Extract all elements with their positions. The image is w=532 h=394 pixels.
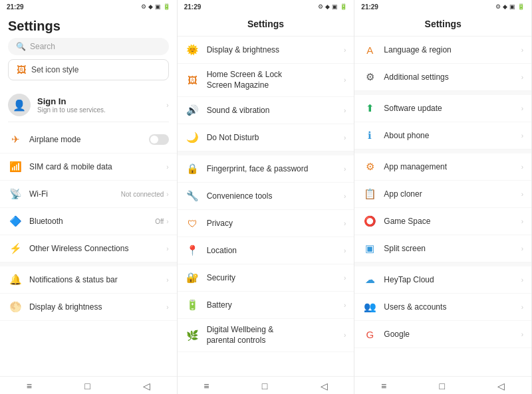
item-icon: 🌞 bbox=[186, 43, 200, 57]
list-item[interactable]: 📶SIM card & mobile data› bbox=[0, 153, 177, 181]
list-item[interactable]: 🔋Battery› bbox=[178, 292, 354, 319]
list-item[interactable]: ⚙App management› bbox=[354, 153, 531, 181]
list-item[interactable]: 🌕Display & brightness› bbox=[0, 294, 177, 321]
list-item[interactable]: 👥Users & accounts› bbox=[354, 294, 531, 321]
item-text-block: Users & accounts bbox=[384, 302, 446, 312]
signal-icon: 🔋 bbox=[340, 3, 347, 10]
list-item[interactable]: ⚡Other Wireless Connections› bbox=[0, 235, 177, 262]
chevron-icon: › bbox=[521, 191, 523, 198]
icon-style-label: Set icon style bbox=[31, 65, 78, 74]
back-icon[interactable]: ◁ bbox=[497, 381, 505, 391]
icon-style-icon: 🖼 bbox=[17, 64, 26, 75]
item-left: ALanguage & region bbox=[362, 43, 451, 57]
icon-style-button[interactable]: 🖼 Set icon style bbox=[8, 59, 169, 80]
item-right: › bbox=[521, 331, 523, 338]
item-right: › bbox=[521, 132, 523, 140]
item-icon: 🌕 bbox=[8, 300, 23, 314]
list-item[interactable]: ✈Airplane mode bbox=[0, 126, 177, 153]
list-item[interactable]: 🔔Notifications & status bar› bbox=[0, 266, 177, 294]
item-text-block: Notifications & status bar bbox=[29, 275, 118, 284]
chevron-icon: › bbox=[344, 220, 346, 227]
item-right: › bbox=[521, 74, 523, 81]
list-item[interactable]: 🌿Digital Wellbeing & parental controls› bbox=[178, 319, 354, 352]
item-label: Other Wireless Connections bbox=[29, 244, 128, 253]
setting-icon: ℹ bbox=[368, 130, 372, 142]
signal-icon: 🔋 bbox=[517, 3, 525, 10]
item-left: ⭕Game Space bbox=[362, 214, 430, 229]
home-icon[interactable]: □ bbox=[440, 381, 445, 391]
item-left: 📍Location bbox=[186, 243, 237, 258]
item-label: Display & brightness bbox=[207, 45, 279, 54]
status-icons: ⚙ ◆ ▣ 🔋 bbox=[141, 3, 170, 10]
list-item[interactable]: 📡Wi-FiNot connected› bbox=[0, 181, 177, 208]
item-icon: ⚙ bbox=[362, 70, 377, 84]
item-icon: ⬆ bbox=[362, 101, 377, 116]
chevron-icon: › bbox=[166, 304, 168, 311]
signal-icon: 🔋 bbox=[163, 3, 170, 10]
menu-icon[interactable]: ≡ bbox=[203, 381, 209, 391]
menu-icon[interactable]: ≡ bbox=[27, 381, 32, 391]
list-item[interactable]: 📍Location› bbox=[178, 237, 354, 264]
item-left: ⚡Other Wireless Connections bbox=[8, 241, 128, 256]
settings-icon: ⚙ bbox=[495, 3, 501, 10]
item-label: Sound & vibration bbox=[207, 106, 270, 115]
list-item[interactable]: 🔧Convenience tools› bbox=[178, 183, 354, 210]
item-text-block: About phone bbox=[384, 131, 429, 140]
list-item[interactable]: 🔐Security› bbox=[178, 264, 354, 292]
item-left: GGoogle bbox=[362, 327, 410, 342]
item-left: 🖼Home Screen & Lock Screen Magazine bbox=[186, 70, 293, 90]
list-item[interactable]: 🔷BluetoothOff› bbox=[0, 208, 177, 235]
list-item[interactable]: 📋App cloner› bbox=[354, 181, 531, 208]
item-text-block: Language & region bbox=[384, 45, 451, 54]
status-bar: 21:29 ⚙ ◆ ▣ 🔋 bbox=[178, 0, 354, 13]
list-item[interactable]: 🛡Privacy› bbox=[178, 210, 354, 237]
item-left: ▣Split screen bbox=[362, 241, 426, 256]
list-item[interactable]: 🖼Home Screen & Lock Screen Magazine› bbox=[178, 64, 354, 97]
item-icon: 🔷 bbox=[8, 214, 23, 229]
sign-in-row[interactable]: 👤 Sign In Sign in to use services. › bbox=[8, 88, 169, 122]
setting-icon: 📍 bbox=[186, 245, 199, 256]
chevron-icon: › bbox=[521, 132, 523, 140]
list-item[interactable]: GGoogle› bbox=[354, 321, 531, 348]
settings-icon: ⚙ bbox=[141, 3, 146, 10]
item-label: Split screen bbox=[384, 244, 426, 253]
list-item[interactable]: 🌞Display & brightness› bbox=[178, 37, 354, 64]
item-label: Display & brightness bbox=[29, 302, 102, 312]
setting-icon: ⭕ bbox=[364, 215, 376, 227]
home-icon[interactable]: □ bbox=[262, 381, 267, 391]
sign-in-sub: Sign in to use services. bbox=[37, 106, 106, 114]
setting-icon: 🔐 bbox=[186, 272, 199, 284]
list-item[interactable]: ℹAbout phone› bbox=[354, 122, 531, 149]
status-bar: 21:29 ⚙ ◆ ▣ 🔋 bbox=[0, 0, 177, 13]
menu-icon[interactable]: ≡ bbox=[381, 381, 386, 391]
list-item[interactable]: 🔒Fingerprint, face & password› bbox=[178, 155, 354, 183]
item-text-block: Display & brightness bbox=[207, 45, 279, 54]
chevron-icon: › bbox=[521, 47, 523, 54]
list-item[interactable]: ▣Split screen› bbox=[354, 235, 531, 262]
search-box[interactable]: 🔍 Search bbox=[8, 38, 169, 55]
back-icon[interactable]: ◁ bbox=[143, 381, 150, 391]
list-item[interactable]: ⚙Additional settings› bbox=[354, 64, 531, 91]
home-icon[interactable]: □ bbox=[84, 381, 90, 391]
diamond-icon: ◆ bbox=[503, 3, 507, 10]
item-icon: 🔊 bbox=[186, 103, 200, 118]
item-right: › bbox=[344, 47, 346, 54]
toggle-switch[interactable] bbox=[149, 134, 169, 145]
status-time: 21:29 bbox=[361, 3, 378, 11]
panel-header: Settings bbox=[354, 13, 531, 37]
list-item[interactable]: 🌙Do Not Disturb› bbox=[178, 124, 354, 151]
item-icon: 📶 bbox=[8, 159, 23, 174]
item-right: › bbox=[521, 47, 523, 54]
setting-icon: 📶 bbox=[9, 161, 22, 173]
list-item[interactable]: ⬆Software update› bbox=[354, 95, 531, 122]
item-right: Not connected› bbox=[121, 191, 169, 198]
list-item[interactable]: ⭕Game Space› bbox=[354, 208, 531, 235]
back-icon[interactable]: ◁ bbox=[321, 381, 328, 391]
chevron-icon: › bbox=[344, 47, 346, 54]
list-item[interactable]: ☁HeyTap Cloud› bbox=[354, 266, 531, 294]
avatar: 👤 bbox=[8, 94, 31, 116]
item-left: ☁HeyTap Cloud bbox=[362, 272, 434, 287]
list-item[interactable]: 🔊Sound & vibration› bbox=[178, 97, 354, 124]
item-text-block: Additional settings bbox=[384, 72, 448, 82]
list-item[interactable]: ALanguage & region› bbox=[354, 37, 531, 64]
